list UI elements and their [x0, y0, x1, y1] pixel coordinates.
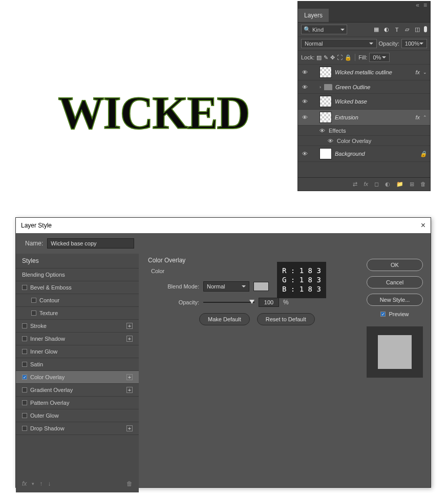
shape-filter-icon[interactable]: ▱	[403, 26, 411, 33]
fx-badge[interactable]: fx	[415, 69, 420, 75]
chevron-down-icon[interactable]: ⌄	[423, 70, 427, 75]
visibility-icon[interactable]: 👁	[301, 151, 308, 157]
ok-button[interactable]: OK	[367, 259, 423, 271]
reset-default-button[interactable]: Reset to Default	[257, 313, 315, 325]
effect-item-bevel-emboss[interactable]: Bevel & Emboss	[16, 281, 139, 294]
effect-item-gradient-overlay[interactable]: Gradient Overlay+	[16, 384, 139, 397]
move-up-icon[interactable]: ↑	[39, 480, 42, 487]
kind-filter-dropdown[interactable]: 🔍 Kind	[301, 25, 347, 34]
opacity-dropdown[interactable]: 100%	[401, 39, 427, 48]
visibility-icon[interactable]: 👁	[327, 138, 334, 144]
fx-menu-icon[interactable]: fx	[22, 480, 27, 487]
effect-item-stroke[interactable]: Stroke+	[16, 320, 139, 333]
adjustment-filter-icon[interactable]: ◐	[383, 26, 390, 33]
preview-checkbox[interactable]: Preview	[380, 311, 409, 317]
mask-icon[interactable]: ◻	[374, 181, 379, 188]
trash-icon[interactable]: 🗑	[126, 480, 133, 487]
filter-toggle-icon[interactable]	[424, 26, 427, 32]
blend-mode-label: Blend Mode:	[158, 283, 199, 290]
pixel-filter-icon[interactable]: ▦	[373, 26, 380, 33]
layers-tab[interactable]: Layers	[298, 9, 329, 22]
type-filter-icon[interactable]: T	[393, 26, 400, 33]
visibility-icon[interactable]: 👁	[301, 69, 308, 75]
smart-filter-icon[interactable]: ◫	[414, 26, 421, 33]
effects-label: Effects	[329, 128, 346, 134]
effect-checkbox[interactable]	[22, 285, 27, 290]
fx-menu-caret[interactable]: ▾	[32, 481, 34, 486]
adjustment-icon[interactable]: ◐	[385, 181, 390, 188]
effect-item-inner-shadow[interactable]: Inner Shadow+	[16, 333, 139, 345]
visibility-icon[interactable]: 👁	[301, 84, 308, 90]
lock-transparency-icon[interactable]: ▨	[316, 54, 322, 61]
blend-mode-dropdown[interactable]: Normal	[301, 39, 377, 48]
menu-icon[interactable]: ≡	[423, 2, 427, 9]
chevron-down-icon	[382, 56, 386, 58]
add-effect-icon[interactable]: +	[126, 387, 133, 393]
layer-row[interactable]: 👁 Wicked metallic outline fx ⌄	[298, 65, 430, 80]
lock-all-icon[interactable]: 🔒	[345, 54, 352, 61]
add-effect-icon[interactable]: +	[126, 323, 133, 329]
effect-item-satin[interactable]: Satin	[16, 358, 139, 371]
effect-checkbox[interactable]	[22, 362, 27, 367]
blending-options-item[interactable]: Blending Options	[16, 268, 139, 281]
layer-name-input[interactable]	[47, 238, 134, 249]
blend-mode-value: Normal	[305, 40, 323, 47]
chevron-up-icon[interactable]: ⌃	[423, 115, 427, 120]
layer-row[interactable]: 👁 Background 🔒	[298, 146, 430, 162]
make-default-button[interactable]: Make Default	[199, 313, 250, 325]
effect-item-inner-glow[interactable]: Inner Glow	[16, 345, 139, 358]
effect-item[interactable]: 👁 Color Overlay	[298, 136, 430, 146]
lock-position-icon[interactable]: ✥	[330, 54, 335, 61]
group-icon[interactable]: 📁	[396, 181, 403, 188]
add-effect-icon[interactable]: +	[126, 374, 133, 380]
visibility-icon[interactable]: 👁	[301, 114, 308, 120]
effect-checkbox[interactable]	[22, 349, 27, 354]
effect-checkbox[interactable]	[22, 336, 27, 341]
blend-mode-select[interactable]: Normal	[203, 281, 249, 292]
checkbox-icon[interactable]	[380, 312, 386, 317]
link-icon[interactable]: ⇄	[353, 181, 357, 188]
effect-item-texture[interactable]: Texture	[16, 307, 139, 320]
effect-item-color-overlay[interactable]: Color Overlay+	[16, 371, 139, 384]
layer-row-selected[interactable]: 👁 Extrusion fx ⌃	[298, 110, 430, 126]
effect-checkbox[interactable]	[22, 413, 27, 418]
effect-item-drop-shadow[interactable]: Drop Shadow+	[16, 422, 139, 435]
visibility-icon[interactable]: 👁	[301, 98, 308, 105]
layer-row[interactable]: 👁 › Green Outline	[298, 80, 430, 94]
kind-label: Kind	[312, 27, 324, 33]
collapse-icon[interactable]: «	[416, 2, 419, 9]
close-icon[interactable]: ×	[421, 221, 425, 230]
effect-item-outer-glow[interactable]: Outer Glow	[16, 409, 139, 422]
opacity-slider[interactable]	[203, 302, 254, 303]
effect-checkbox[interactable]	[22, 375, 27, 380]
effect-checkbox[interactable]	[22, 426, 27, 431]
opacity-input[interactable]: 100	[259, 298, 279, 307]
effect-item-contour[interactable]: Contour	[16, 294, 139, 307]
new-layer-icon[interactable]: ⊞	[410, 181, 414, 188]
color-swatch[interactable]	[253, 282, 269, 291]
dialog-title-bar[interactable]: Layer Style ×	[16, 218, 431, 233]
fill-dropdown[interactable]: 0%	[369, 53, 390, 62]
trash-icon[interactable]: 🗑	[420, 181, 426, 188]
effect-checkbox[interactable]	[22, 323, 27, 328]
add-effect-icon[interactable]: +	[126, 425, 133, 431]
effect-checkbox[interactable]	[31, 298, 36, 303]
cancel-button[interactable]: Cancel	[367, 276, 423, 288]
lock-image-icon[interactable]: ✎	[324, 54, 328, 61]
visibility-icon[interactable]: 👁	[318, 128, 326, 134]
add-effect-icon[interactable]: +	[126, 336, 133, 342]
styles-header[interactable]: Styles	[16, 254, 139, 268]
fx-badge[interactable]: fx	[415, 114, 420, 120]
effects-header[interactable]: 👁 Effects	[298, 126, 430, 136]
chevron-right-icon[interactable]: ›	[319, 85, 321, 90]
fx-icon[interactable]: fx	[364, 181, 368, 188]
layer-row[interactable]: 👁 Wicked base	[298, 94, 430, 110]
effect-item-pattern-overlay[interactable]: Pattern Overlay	[16, 397, 139, 409]
effect-checkbox[interactable]	[22, 400, 27, 405]
lock-artboard-icon[interactable]: ⛶	[337, 54, 343, 60]
move-down-icon[interactable]: ↓	[48, 480, 51, 487]
new-style-button[interactable]: New Style...	[367, 294, 423, 306]
effect-checkbox[interactable]	[31, 311, 36, 316]
effect-checkbox[interactable]	[22, 387, 27, 392]
slider-thumb[interactable]	[249, 300, 254, 304]
